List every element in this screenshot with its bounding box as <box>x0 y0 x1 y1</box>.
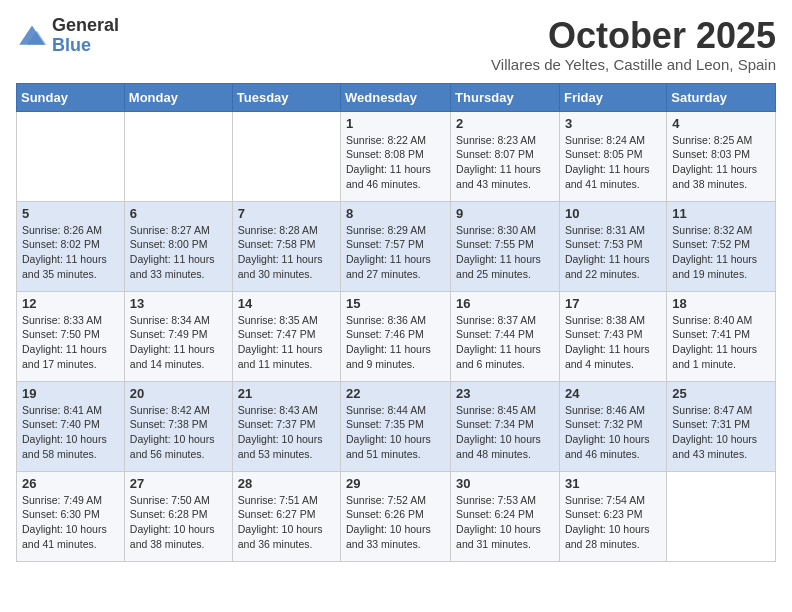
day-info: Sunrise: 8:36 AMSunset: 7:46 PMDaylight:… <box>346 313 445 372</box>
day-info: Sunrise: 7:50 AMSunset: 6:28 PMDaylight:… <box>130 493 227 552</box>
day-cell: 24Sunrise: 8:46 AMSunset: 7:32 PMDayligh… <box>559 381 666 471</box>
day-number: 31 <box>565 476 661 491</box>
day-info: Sunrise: 7:51 AMSunset: 6:27 PMDaylight:… <box>238 493 335 552</box>
week-row-4: 19Sunrise: 8:41 AMSunset: 7:40 PMDayligh… <box>17 381 776 471</box>
day-cell: 27Sunrise: 7:50 AMSunset: 6:28 PMDayligh… <box>124 471 232 561</box>
col-header-saturday: Saturday <box>667 83 776 111</box>
col-header-monday: Monday <box>124 83 232 111</box>
day-cell: 28Sunrise: 7:51 AMSunset: 6:27 PMDayligh… <box>232 471 340 561</box>
day-cell: 13Sunrise: 8:34 AMSunset: 7:49 PMDayligh… <box>124 291 232 381</box>
day-info: Sunrise: 8:28 AMSunset: 7:58 PMDaylight:… <box>238 223 335 282</box>
day-info: Sunrise: 8:45 AMSunset: 7:34 PMDaylight:… <box>456 403 554 462</box>
logo-icon <box>16 22 48 50</box>
day-cell: 17Sunrise: 8:38 AMSunset: 7:43 PMDayligh… <box>559 291 666 381</box>
day-info: Sunrise: 8:41 AMSunset: 7:40 PMDaylight:… <box>22 403 119 462</box>
day-cell <box>232 111 340 201</box>
day-info: Sunrise: 8:38 AMSunset: 7:43 PMDaylight:… <box>565 313 661 372</box>
week-row-5: 26Sunrise: 7:49 AMSunset: 6:30 PMDayligh… <box>17 471 776 561</box>
day-cell: 11Sunrise: 8:32 AMSunset: 7:52 PMDayligh… <box>667 201 776 291</box>
day-info: Sunrise: 7:54 AMSunset: 6:23 PMDaylight:… <box>565 493 661 552</box>
day-info: Sunrise: 8:47 AMSunset: 7:31 PMDaylight:… <box>672 403 770 462</box>
day-info: Sunrise: 8:43 AMSunset: 7:37 PMDaylight:… <box>238 403 335 462</box>
day-number: 14 <box>238 296 335 311</box>
day-cell <box>667 471 776 561</box>
day-number: 12 <box>22 296 119 311</box>
day-number: 28 <box>238 476 335 491</box>
day-number: 5 <box>22 206 119 221</box>
day-cell: 29Sunrise: 7:52 AMSunset: 6:26 PMDayligh… <box>341 471 451 561</box>
day-cell: 12Sunrise: 8:33 AMSunset: 7:50 PMDayligh… <box>17 291 125 381</box>
day-info: Sunrise: 8:34 AMSunset: 7:49 PMDaylight:… <box>130 313 227 372</box>
day-cell: 1Sunrise: 8:22 AMSunset: 8:08 PMDaylight… <box>341 111 451 201</box>
day-info: Sunrise: 8:29 AMSunset: 7:57 PMDaylight:… <box>346 223 445 282</box>
day-cell: 26Sunrise: 7:49 AMSunset: 6:30 PMDayligh… <box>17 471 125 561</box>
day-number: 16 <box>456 296 554 311</box>
day-info: Sunrise: 7:53 AMSunset: 6:24 PMDaylight:… <box>456 493 554 552</box>
day-cell: 4Sunrise: 8:25 AMSunset: 8:03 PMDaylight… <box>667 111 776 201</box>
day-cell <box>124 111 232 201</box>
day-cell: 3Sunrise: 8:24 AMSunset: 8:05 PMDaylight… <box>559 111 666 201</box>
day-number: 20 <box>130 386 227 401</box>
week-row-3: 12Sunrise: 8:33 AMSunset: 7:50 PMDayligh… <box>17 291 776 381</box>
day-cell: 18Sunrise: 8:40 AMSunset: 7:41 PMDayligh… <box>667 291 776 381</box>
day-info: Sunrise: 8:27 AMSunset: 8:00 PMDaylight:… <box>130 223 227 282</box>
day-number: 21 <box>238 386 335 401</box>
week-row-1: 1Sunrise: 8:22 AMSunset: 8:08 PMDaylight… <box>17 111 776 201</box>
day-cell: 14Sunrise: 8:35 AMSunset: 7:47 PMDayligh… <box>232 291 340 381</box>
day-number: 17 <box>565 296 661 311</box>
logo-general: General <box>52 16 119 36</box>
day-info: Sunrise: 8:23 AMSunset: 8:07 PMDaylight:… <box>456 133 554 192</box>
day-cell: 7Sunrise: 8:28 AMSunset: 7:58 PMDaylight… <box>232 201 340 291</box>
day-cell: 10Sunrise: 8:31 AMSunset: 7:53 PMDayligh… <box>559 201 666 291</box>
day-cell: 8Sunrise: 8:29 AMSunset: 7:57 PMDaylight… <box>341 201 451 291</box>
day-cell: 20Sunrise: 8:42 AMSunset: 7:38 PMDayligh… <box>124 381 232 471</box>
day-number: 8 <box>346 206 445 221</box>
day-number: 23 <box>456 386 554 401</box>
day-number: 27 <box>130 476 227 491</box>
col-header-sunday: Sunday <box>17 83 125 111</box>
day-cell: 30Sunrise: 7:53 AMSunset: 6:24 PMDayligh… <box>451 471 560 561</box>
day-info: Sunrise: 8:46 AMSunset: 7:32 PMDaylight:… <box>565 403 661 462</box>
day-number: 30 <box>456 476 554 491</box>
day-number: 6 <box>130 206 227 221</box>
day-info: Sunrise: 8:40 AMSunset: 7:41 PMDaylight:… <box>672 313 770 372</box>
day-number: 13 <box>130 296 227 311</box>
day-info: Sunrise: 8:26 AMSunset: 8:02 PMDaylight:… <box>22 223 119 282</box>
day-cell: 15Sunrise: 8:36 AMSunset: 7:46 PMDayligh… <box>341 291 451 381</box>
col-header-thursday: Thursday <box>451 83 560 111</box>
day-cell: 21Sunrise: 8:43 AMSunset: 7:37 PMDayligh… <box>232 381 340 471</box>
logo-blue: Blue <box>52 36 119 56</box>
day-number: 10 <box>565 206 661 221</box>
header-row: SundayMondayTuesdayWednesdayThursdayFrid… <box>17 83 776 111</box>
day-info: Sunrise: 7:49 AMSunset: 6:30 PMDaylight:… <box>22 493 119 552</box>
day-cell: 2Sunrise: 8:23 AMSunset: 8:07 PMDaylight… <box>451 111 560 201</box>
day-number: 2 <box>456 116 554 131</box>
calendar-table: SundayMondayTuesdayWednesdayThursdayFrid… <box>16 83 776 562</box>
day-number: 19 <box>22 386 119 401</box>
logo: General Blue <box>16 16 119 56</box>
day-cell <box>17 111 125 201</box>
col-header-tuesday: Tuesday <box>232 83 340 111</box>
day-cell: 16Sunrise: 8:37 AMSunset: 7:44 PMDayligh… <box>451 291 560 381</box>
title-block: October 2025 Villares de Yeltes, Castill… <box>491 16 776 73</box>
day-info: Sunrise: 8:22 AMSunset: 8:08 PMDaylight:… <box>346 133 445 192</box>
day-info: Sunrise: 8:31 AMSunset: 7:53 PMDaylight:… <box>565 223 661 282</box>
day-number: 3 <box>565 116 661 131</box>
day-info: Sunrise: 8:42 AMSunset: 7:38 PMDaylight:… <box>130 403 227 462</box>
day-number: 18 <box>672 296 770 311</box>
logo-text: General Blue <box>52 16 119 56</box>
day-cell: 25Sunrise: 8:47 AMSunset: 7:31 PMDayligh… <box>667 381 776 471</box>
day-number: 29 <box>346 476 445 491</box>
day-info: Sunrise: 8:44 AMSunset: 7:35 PMDaylight:… <box>346 403 445 462</box>
day-info: Sunrise: 8:24 AMSunset: 8:05 PMDaylight:… <box>565 133 661 192</box>
day-number: 24 <box>565 386 661 401</box>
day-number: 9 <box>456 206 554 221</box>
day-number: 4 <box>672 116 770 131</box>
day-info: Sunrise: 8:25 AMSunset: 8:03 PMDaylight:… <box>672 133 770 192</box>
day-cell: 23Sunrise: 8:45 AMSunset: 7:34 PMDayligh… <box>451 381 560 471</box>
day-number: 15 <box>346 296 445 311</box>
day-info: Sunrise: 7:52 AMSunset: 6:26 PMDaylight:… <box>346 493 445 552</box>
day-cell: 31Sunrise: 7:54 AMSunset: 6:23 PMDayligh… <box>559 471 666 561</box>
day-cell: 5Sunrise: 8:26 AMSunset: 8:02 PMDaylight… <box>17 201 125 291</box>
day-info: Sunrise: 8:33 AMSunset: 7:50 PMDaylight:… <box>22 313 119 372</box>
